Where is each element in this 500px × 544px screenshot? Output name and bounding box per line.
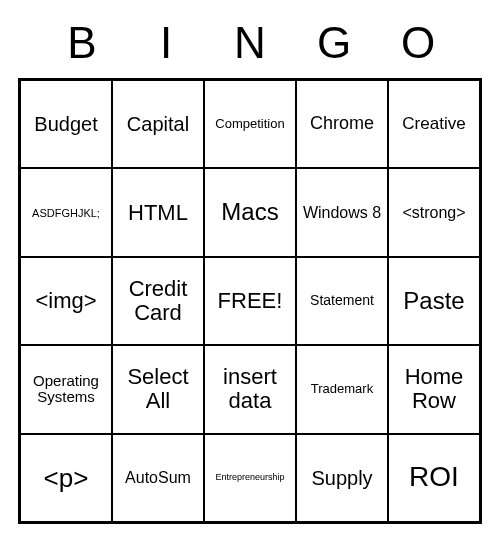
cell-text: Entrepreneurship <box>215 473 284 483</box>
bingo-cell-free[interactable]: FREE! <box>204 257 296 345</box>
header-letter-g: G <box>292 18 376 68</box>
cell-text: <strong> <box>402 204 465 222</box>
cell-text: Windows 8 <box>303 204 381 222</box>
cell-text: Chrome <box>310 114 374 134</box>
bingo-cell[interactable]: <img> <box>20 257 112 345</box>
bingo-cell[interactable]: Home Row <box>388 345 480 433</box>
cell-text: Home Row <box>393 365 475 413</box>
header-letter-b: B <box>40 18 124 68</box>
bingo-cell[interactable]: Creative <box>388 80 480 168</box>
cell-text: Statement <box>310 293 374 308</box>
cell-text: Paste <box>403 288 464 314</box>
header-letter-n: N <box>208 18 292 68</box>
bingo-cell[interactable]: Trademark <box>296 345 388 433</box>
bingo-cell[interactable]: Capital <box>112 80 204 168</box>
bingo-cell[interactable]: Chrome <box>296 80 388 168</box>
cell-text: insert data <box>209 365 291 413</box>
bingo-grid: Budget Capital Competition Chrome Creati… <box>18 78 482 524</box>
bingo-cell[interactable]: Select All <box>112 345 204 433</box>
bingo-cell[interactable]: AutoSum <box>112 434 204 522</box>
bingo-cell[interactable]: Budget <box>20 80 112 168</box>
bingo-cell[interactable]: Paste <box>388 257 480 345</box>
bingo-cell[interactable]: <strong> <box>388 168 480 256</box>
cell-text: FREE! <box>218 289 283 313</box>
cell-text: ROI <box>409 462 459 493</box>
bingo-cell[interactable]: Entrepreneurship <box>204 434 296 522</box>
cell-text: Budget <box>34 113 97 135</box>
header-letter-i: I <box>124 18 208 68</box>
bingo-cell[interactable]: Credit Card <box>112 257 204 345</box>
cell-text: <p> <box>44 464 89 493</box>
cell-text: HTML <box>128 201 188 225</box>
bingo-cell[interactable]: HTML <box>112 168 204 256</box>
cell-text: Credit Card <box>117 277 199 325</box>
cell-text: Select All <box>117 365 199 413</box>
cell-text: Competition <box>215 117 284 131</box>
cell-text: Operating Systems <box>25 373 107 406</box>
cell-text: ASDFGHJKL; <box>32 207 100 219</box>
header-letter-o: O <box>376 18 460 68</box>
bingo-cell[interactable]: <p> <box>20 434 112 522</box>
cell-text: Capital <box>127 113 189 135</box>
bingo-cell[interactable]: ASDFGHJKL; <box>20 168 112 256</box>
cell-text: Supply <box>311 467 372 489</box>
bingo-header: B I N G O <box>18 10 482 78</box>
bingo-cell[interactable]: Operating Systems <box>20 345 112 433</box>
bingo-cell[interactable]: Statement <box>296 257 388 345</box>
bingo-cell[interactable]: insert data <box>204 345 296 433</box>
cell-text: Macs <box>221 199 278 225</box>
bingo-cell[interactable]: ROI <box>388 434 480 522</box>
bingo-cell[interactable]: Windows 8 <box>296 168 388 256</box>
cell-text: Creative <box>402 115 465 134</box>
cell-text: <img> <box>35 289 96 313</box>
bingo-cell[interactable]: Supply <box>296 434 388 522</box>
cell-text: Trademark <box>311 382 373 396</box>
bingo-cell[interactable]: Competition <box>204 80 296 168</box>
cell-text: AutoSum <box>125 469 191 487</box>
bingo-cell[interactable]: Macs <box>204 168 296 256</box>
